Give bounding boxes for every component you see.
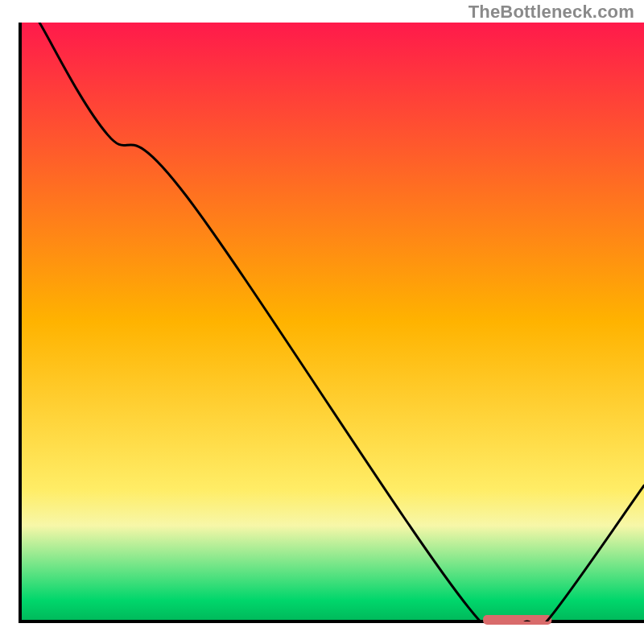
bottleneck-chart <box>0 0 644 644</box>
chart-container: TheBottleneck.com <box>0 0 644 644</box>
gradient-background <box>20 23 644 621</box>
attribution-label: TheBottleneck.com <box>469 2 634 23</box>
optimal-range-marker <box>483 615 551 625</box>
